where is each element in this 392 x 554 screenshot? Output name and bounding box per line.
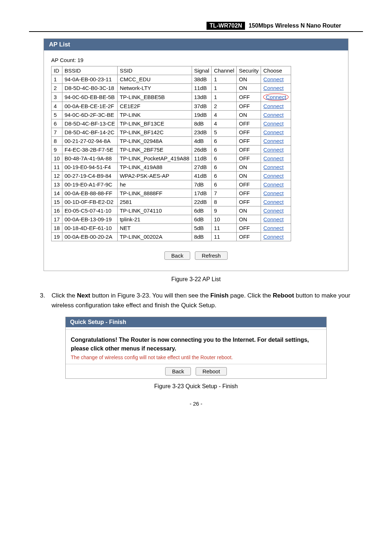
connect-link[interactable]: Connect	[263, 103, 283, 109]
finish-title: Quick Setup - Finish	[66, 317, 326, 327]
column-header: SSID	[117, 66, 192, 75]
connect-link[interactable]: Connect	[263, 76, 283, 82]
column-header: Channel	[212, 66, 237, 75]
table-row: 1300-19-E0-A1-F7-9Che7dB6OFFConnect	[52, 180, 291, 189]
product-title: 150Mbps Wireless N Nano Router	[249, 22, 341, 29]
column-header: Security	[237, 66, 261, 75]
table-row: 1500-1D-0F-FB-E2-D2258122dB8OFFConnect	[52, 198, 291, 206]
connect-link[interactable]: Connect	[263, 216, 283, 222]
finish-back-button[interactable]: Back	[165, 367, 191, 376]
table-row: 1900-0A-EB-00-20-2ATP-LINK_00202A8dB11OF…	[52, 233, 291, 241]
table-row: 1800-18-4D-EF-61-10NET5dB11OFFConnect	[52, 224, 291, 233]
back-button[interactable]: Back	[164, 251, 190, 260]
page-header: TL-WR702N 150Mbps Wireless N Nano Router	[29, 22, 363, 32]
ap-list-title: AP List	[44, 39, 348, 50]
table-row: 2D8-5D-4C-B0-3C-18Network-LTY11dB1ONConn…	[52, 84, 291, 93]
ap-count-label: AP Count: 19	[44, 50, 348, 66]
page-number: - 26 -	[29, 401, 363, 407]
table-row: 400-0A-EB-CE-1E-2FCE1E2F37dB2OFFConnect	[52, 102, 291, 111]
connect-link[interactable]: Connect	[263, 190, 283, 196]
reboot-warning: The change of wireless config will not t…	[71, 354, 321, 360]
step-number: 3.	[40, 291, 52, 310]
connect-link[interactable]: Connect	[263, 138, 283, 144]
connect-link[interactable]: Connect	[263, 164, 283, 170]
connect-link[interactable]: Connect	[263, 208, 283, 214]
figure-caption-1: Figure 3-22 AP List	[29, 276, 363, 283]
refresh-button[interactable]: Refresh	[195, 251, 228, 260]
table-row: 6D8-5D-4C-BF-13-CETP-LINK_BF13CE8dB4OFFC…	[52, 119, 291, 128]
connect-link[interactable]: Connect	[263, 147, 283, 153]
connect-link[interactable]: Connect	[266, 94, 286, 100]
table-row: 9F4-EC-38-2B-F7-5ETP-LINK_2BF75E26dB6OFF…	[52, 145, 291, 154]
table-row: 10B0-48-7A-41-9A-88TP-LINK_PocketAP_419A…	[52, 154, 291, 163]
table-row: 1400-0A-EB-88-88-FFTP-LINK_8888FF17dB7OF…	[52, 189, 291, 198]
table-row: 1700-0A-EB-13-09-19tplink-216dB10ONConne…	[52, 215, 291, 224]
column-header: BSSID	[62, 66, 117, 75]
connect-link[interactable]: Connect	[263, 120, 283, 127]
connect-link[interactable]: Connect	[263, 199, 283, 205]
connect-link[interactable]: Connect	[263, 129, 283, 135]
table-row: 16E0-05-C5-07-41-10TP-LINK_0741106dB9ONC…	[52, 206, 291, 215]
model-label: TL-WR702N	[207, 22, 245, 30]
table-row: 194-0A-EB-00-23-11CMCC_EDU38dB1ONConnect	[52, 75, 291, 84]
table-row: 7D8-5D-4C-BF-14-2CTP-LINK_BF142C23dB5OFF…	[52, 128, 291, 137]
quick-setup-finish-panel: Quick Setup - Finish Congratulations! Th…	[65, 317, 327, 379]
table-row: 1100-19-E0-94-51-F4TP-LINK_419A8827dB6ON…	[52, 163, 291, 172]
connect-link[interactable]: Connect	[263, 173, 283, 179]
column-header: Choose	[261, 66, 291, 75]
connect-link[interactable]: Connect	[263, 181, 283, 188]
ap-list-panel: AP List AP Count: 19 IDBSSIDSSIDSignalCh…	[44, 38, 348, 271]
column-header: Signal	[192, 66, 212, 75]
connect-link[interactable]: Connect	[263, 85, 283, 91]
congrats-text: Congratulations! The Router is now conne…	[71, 336, 321, 353]
connect-link[interactable]: Connect	[263, 155, 283, 161]
table-row: 594-0C-6D-2F-3C-BETP-LINK19dB4ONConnect	[52, 111, 291, 119]
table-row: 394-0C-6D-EB-BE-5BTP-LINK_EBBE5B13dB1OFF…	[52, 93, 291, 102]
step-3-text: 3. Click the Next button in Figure 3-23.…	[40, 291, 352, 310]
column-header: ID	[52, 66, 62, 75]
connect-link[interactable]: Connect	[263, 225, 283, 231]
connect-link[interactable]: Connect	[263, 112, 283, 118]
table-row: 1200-27-19-C4-B9-84WPA2-PSK-AES-AP41dB6O…	[52, 172, 291, 180]
table-row: 800-21-27-02-94-8ATP-LINK_02948A4dB6OFFC…	[52, 137, 291, 145]
ap-table: IDBSSIDSSIDSignalChannelSecurityChoose 1…	[51, 66, 291, 241]
figure-caption-2: Figure 3-23 Quick Setup - Finish	[29, 383, 363, 390]
reboot-button[interactable]: Reboot	[196, 367, 227, 376]
connect-link[interactable]: Connect	[263, 234, 283, 240]
